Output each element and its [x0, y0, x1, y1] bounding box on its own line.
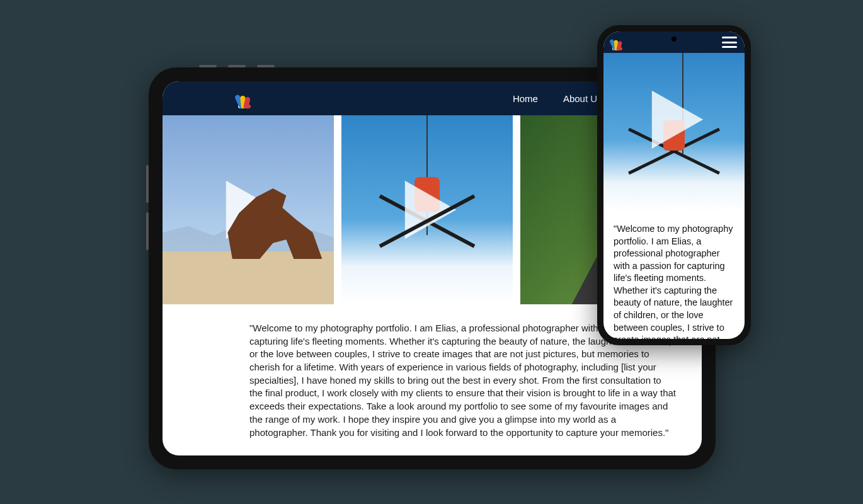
phone-hero-video[interactable] [603, 53, 745, 212]
hamburger-menu-icon[interactable] [722, 37, 737, 48]
phone-navbar [603, 32, 745, 53]
video-tile-ski[interactable] [341, 115, 513, 304]
brand-logo-icon [612, 36, 622, 50]
phone-screen: "Welcome to my photography portfolio. I … [603, 32, 745, 339]
phone-device-frame: "Welcome to my photography portfolio. I … [597, 25, 751, 345]
nav-link-about-us[interactable]: About Us [563, 93, 602, 104]
play-icon[interactable] [214, 175, 283, 244]
video-tile-horse[interactable] [163, 115, 334, 304]
brand-logo-icon [238, 91, 251, 108]
phone-camera-dot [672, 37, 677, 42]
phone-intro-paragraph: "Welcome to my photography portfolio. I … [603, 212, 745, 339]
nav-link-home[interactable]: Home [513, 93, 538, 104]
